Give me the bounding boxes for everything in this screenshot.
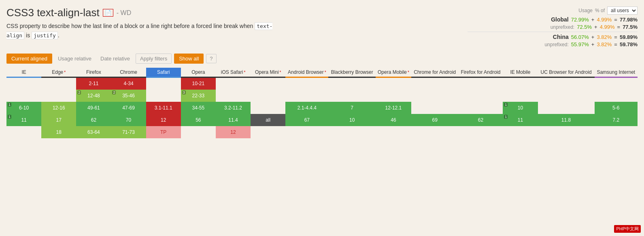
- china-total: 59.89%: [620, 34, 638, 40]
- apply-filters-button[interactable]: Apply filters: [136, 54, 172, 64]
- version-cell: 235-46: [111, 90, 146, 102]
- browser-header-row: IEEdge*FirefoxChromeSafariOperaiOS Safar…: [6, 68, 638, 77]
- china-green: 56.07%: [571, 34, 589, 40]
- version-cell: [538, 77, 595, 90]
- browser-header-chrome-for-android: Chrome for Android: [411, 68, 458, 77]
- version-cell: [41, 90, 76, 102]
- version-cell: 10-21: [181, 77, 216, 90]
- cell-badge: 1: [504, 115, 508, 119]
- cell-badge: 2: [77, 90, 81, 94]
- browser-header-android-browser: Android Browser*: [285, 68, 328, 77]
- unprefixed-label: unprefixed:: [550, 24, 574, 30]
- unprefixed-eq: =: [617, 24, 621, 30]
- stats-header: Usage % of all users: [468, 6, 638, 15]
- browser-table: IEEdge*FirefoxChromeSafariOperaiOS Safar…: [6, 68, 638, 138]
- version-cell: [458, 126, 503, 138]
- version-cell: TP: [146, 126, 181, 138]
- version-cell: [411, 77, 458, 90]
- unprefixed-orange: 4.99%: [600, 24, 615, 30]
- china-stats-row: China 56.07% + 3.82% = 59.89%: [468, 34, 638, 40]
- version-cell: 111: [503, 114, 538, 126]
- version-cell: [146, 77, 181, 90]
- version-cell: [595, 77, 638, 90]
- browser-header-ie-mobile: IE Mobile: [503, 68, 538, 77]
- china-unprefixed-eq: =: [614, 41, 617, 47]
- china-unprefixed-plus: +: [591, 41, 595, 47]
- show-all-button[interactable]: Show all: [174, 54, 204, 64]
- version-cell: 2.1-4.4.4: [285, 102, 328, 114]
- version-cell: 10: [328, 114, 375, 126]
- china-unprefixed-orange: 3.82%: [597, 41, 612, 47]
- stats-panel: Usage % of all users Global 72.99% + 4.9…: [468, 6, 638, 49]
- version-cell: [251, 102, 285, 114]
- page-title: CSS3 text-align-last 📄 - WD: [6, 6, 468, 19]
- global-label: Global: [551, 16, 569, 23]
- code-justify: justify: [32, 32, 58, 39]
- version-cell: 110: [503, 102, 538, 114]
- version-cell: [328, 126, 375, 138]
- title-area: CSS3 text-align-last 📄 - WD CSS property…: [6, 6, 468, 40]
- global-total: 77.98%: [620, 17, 638, 23]
- version-cell: 11.8: [538, 114, 595, 126]
- version-cell: [458, 77, 503, 90]
- percent-of-label: % of: [595, 8, 605, 13]
- table-row: 16-1012-1649-6147-693.1-11.134-553.2-11.…: [6, 102, 638, 114]
- table-row: 2-114-3410-21: [6, 77, 638, 90]
- version-cell: 63-64: [76, 126, 111, 138]
- browser-header-chrome: Chrome: [111, 68, 146, 77]
- stats-divider: [468, 32, 638, 32]
- help-button[interactable]: ?: [206, 54, 216, 63]
- cell-badge: 1: [8, 115, 11, 119]
- header-section: CSS3 text-align-last 📄 - WD CSS property…: [6, 6, 638, 49]
- version-cell: [216, 77, 251, 90]
- global-orange: 4.99%: [597, 17, 612, 23]
- version-cell: [503, 77, 538, 90]
- version-cell: [41, 77, 76, 90]
- version-cell: [411, 102, 458, 114]
- browser-header-opera-mobile: Opera Mobile*: [376, 68, 411, 77]
- unprefixed-plus: +: [594, 24, 597, 30]
- version-cell: [458, 90, 503, 102]
- global-stats-row: Global 72.99% + 4.99% = 77.98%: [468, 16, 638, 23]
- version-cell: 3.2-11.2: [216, 102, 251, 114]
- version-cell: 111: [6, 114, 41, 126]
- browser-header-ios-safari: iOS Safari*: [216, 68, 251, 77]
- filters-bar: Current aligned Usage relative Date rela…: [6, 54, 638, 64]
- version-cell: [538, 126, 595, 138]
- version-cell: [181, 126, 216, 138]
- table-row: 1863-6471-73TP12: [6, 126, 638, 138]
- current-aligned-button[interactable]: Current aligned: [6, 54, 52, 64]
- all-users-select[interactable]: all users: [607, 6, 638, 15]
- version-cell: 7: [328, 102, 375, 114]
- cell-badge: 1: [504, 103, 508, 107]
- browser-header-opera-mini: Opera Mini*: [251, 68, 285, 77]
- version-cell: [6, 90, 41, 102]
- version-cell: 12-12.1: [376, 102, 411, 114]
- version-cell: [376, 77, 411, 90]
- version-cell: 322-33: [181, 90, 216, 102]
- global-plus: +: [591, 17, 595, 23]
- usage-relative-button[interactable]: Usage relative: [55, 54, 95, 64]
- version-cell: [146, 90, 181, 102]
- version-cell: 49-61: [76, 102, 111, 114]
- version-cell: 62: [76, 114, 111, 126]
- china-unprefixed-stats-row: unprefixed: 55.97% + 3.82% = 59.78%: [468, 41, 638, 47]
- title-doc-icon: 📄: [103, 9, 113, 17]
- china-plus: +: [591, 34, 595, 40]
- date-relative-button[interactable]: Date relative: [97, 54, 133, 64]
- table-row: 111176270125611.4all671046696211111.87.2: [6, 114, 638, 126]
- version-cell: [251, 90, 285, 102]
- browser-header-blackberry-browser: Blackberry Browser: [328, 68, 375, 77]
- cell-badge: 3: [182, 90, 186, 94]
- version-cell: 11.4: [216, 114, 251, 126]
- table-row: 212-48235-46322-33: [6, 90, 638, 102]
- browser-header-safari: Safari: [146, 68, 181, 77]
- china-unprefixed-green: 55.97%: [571, 41, 589, 47]
- version-cell: 46: [376, 114, 411, 126]
- unprefixed-stats-row: unprefixed: 72.5% + 4.99% = 77.5%: [468, 24, 638, 30]
- version-cell: 34-55: [181, 102, 216, 114]
- version-cell: [503, 126, 538, 138]
- version-cell: [376, 126, 411, 138]
- version-cell: 12: [216, 126, 251, 138]
- version-cell: [595, 90, 638, 102]
